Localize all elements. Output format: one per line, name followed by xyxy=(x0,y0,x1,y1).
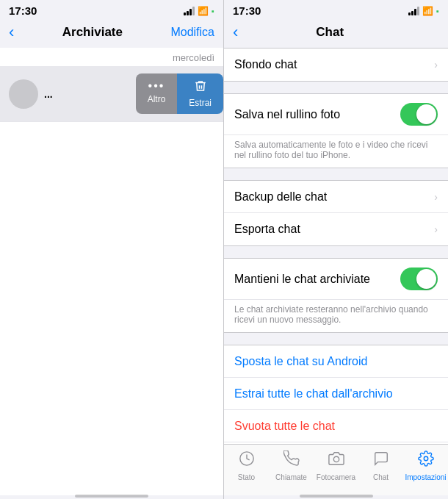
mantieni-label: Mantieni le chat archiviate xyxy=(234,273,370,286)
estrai-archivio-label: Estrai tutte le chat dall'archivio xyxy=(234,387,393,401)
svuota-label: Svuota tutte le chat xyxy=(234,420,335,433)
tab-fotocamera-label: Fotocamera xyxy=(317,473,355,481)
right-battery-icon: ▪ xyxy=(436,7,439,15)
fotocamera-icon xyxy=(328,450,344,471)
right-signal-bars-icon xyxy=(408,7,419,15)
archive-extract-icon xyxy=(194,79,207,96)
tab-chiamate-label: Chiamate xyxy=(275,473,307,481)
svg-point-1 xyxy=(333,456,339,462)
salva-rullino-toggle[interactable] xyxy=(400,103,438,126)
left-nav-bar: ‹ Archiviate Modifica xyxy=(0,20,223,48)
chat-icon xyxy=(373,450,389,471)
right-back-button[interactable]: ‹ xyxy=(233,23,238,42)
sposta-android-label: Sposta le chat su Android xyxy=(234,355,367,368)
svuota-row[interactable]: Svuota tutte le chat xyxy=(224,410,448,442)
right-panel: 17:30 📶 ▪ ‹ Chat Sfondo chat › xyxy=(224,0,448,499)
sfondo-chat-row[interactable]: Sfondo chat › xyxy=(224,49,448,81)
right-status-icons: 📶 ▪ xyxy=(408,6,439,16)
sfondo-chat-label: Sfondo chat xyxy=(234,58,297,71)
left-back-button[interactable]: ‹ xyxy=(9,23,14,42)
section-backup: Backup delle chat › Esporta chat › xyxy=(224,180,448,246)
spacer-4 xyxy=(224,339,448,345)
section-rullino: Salva nel rullino foto Salva automaticam… xyxy=(224,93,448,168)
left-status-time: 17:30 xyxy=(9,4,37,17)
sfondo-chevron-icon: › xyxy=(434,59,438,71)
toggle-knob xyxy=(416,104,436,124)
spacer-2 xyxy=(224,174,448,180)
backup-row[interactable]: Backup delle chat › xyxy=(224,181,448,213)
tab-chat-label: Chat xyxy=(373,473,389,481)
right-status-time: 17:30 xyxy=(233,4,261,17)
battery-icon: ▪ xyxy=(212,7,214,15)
section-links: Sposta le chat su Android Estrai tutte l… xyxy=(224,345,448,444)
tab-chat[interactable]: Chat xyxy=(358,450,403,481)
estrai-archivio-row[interactable]: Estrai tutte le chat dall'archivio xyxy=(224,378,448,410)
section-sfondo: Sfondo chat › xyxy=(224,48,448,82)
chat-item[interactable]: ... ••• Altro xyxy=(0,66,223,122)
backup-chevron-icon: › xyxy=(434,191,438,203)
mantieni-row[interactable]: Mantieni le chat archiviate xyxy=(224,259,448,300)
spacer-3 xyxy=(224,252,448,258)
estrai-button[interactable]: Estrai xyxy=(177,73,223,114)
dots-icon: ••• xyxy=(148,79,165,93)
right-nav-title: Chat xyxy=(238,25,422,40)
tab-chiamate[interactable]: Chiamate xyxy=(269,450,314,481)
sposta-android-row[interactable]: Sposta le chat su Android xyxy=(224,345,448,378)
settings-content: Sfondo chat › Salva nel rullino foto Sal… xyxy=(224,48,448,444)
tab-stato[interactable]: Stato xyxy=(224,450,269,481)
chat-item-name: ... xyxy=(44,88,130,100)
salva-rullino-description: Salva automaticamente le foto e i video … xyxy=(224,135,448,168)
left-nav-title: Archiviate xyxy=(62,25,123,40)
left-status-icons: 📶 ▪ xyxy=(184,6,214,16)
right-nav-bar: ‹ Chat xyxy=(224,20,448,48)
left-status-bar: 17:30 📶 ▪ xyxy=(0,0,223,20)
section-mantieni: Mantieni le chat archiviate Le chat arch… xyxy=(224,258,448,333)
tab-bar: Stato Chiamate Fotocamera xyxy=(224,444,448,495)
wifi-icon: 📶 xyxy=(198,6,209,16)
chiamate-icon xyxy=(283,450,300,471)
esporta-label: Esporta chat xyxy=(234,223,300,236)
esporta-row[interactable]: Esporta chat › xyxy=(224,213,448,245)
salva-rullino-row[interactable]: Salva nel rullino foto xyxy=(224,94,448,135)
mantieni-description: Le chat archiviate resteranno nell'archi… xyxy=(224,300,448,332)
left-modifica-button[interactable]: Modifica xyxy=(170,26,214,39)
impostazioni-icon xyxy=(418,450,434,471)
mantieni-toggle[interactable] xyxy=(400,268,438,290)
right-wifi-icon: 📶 xyxy=(422,6,433,16)
signal-bars-icon xyxy=(184,7,195,15)
spacer-1 xyxy=(224,87,448,93)
avatar xyxy=(9,79,38,109)
tab-impostazioni[interactable]: Impostazioni xyxy=(403,450,448,481)
esporta-chevron-icon: › xyxy=(434,223,438,235)
left-home-indicator xyxy=(0,495,223,499)
chat-list[interactable]: mercoledì ... ••• Altro xyxy=(0,48,223,495)
right-home-indicator xyxy=(224,495,448,499)
altro-button[interactable]: ••• Altro xyxy=(136,73,178,114)
tab-impostazioni-label: Impostazioni xyxy=(405,473,446,481)
left-panel: 17:30 📶 ▪ ‹ Archiviate Modifica mercoled… xyxy=(0,0,224,499)
tab-stato-label: Stato xyxy=(238,473,255,481)
salva-rullino-label: Salva nel rullino foto xyxy=(234,108,340,121)
backup-label: Backup delle chat xyxy=(234,190,327,204)
svg-point-2 xyxy=(424,456,428,461)
right-status-bar: 17:30 📶 ▪ xyxy=(224,0,448,20)
chat-date-header: mercoledì xyxy=(0,48,223,66)
mantieni-toggle-knob xyxy=(416,269,436,289)
stato-icon xyxy=(239,450,255,471)
context-menu: ••• Altro Estrai xyxy=(136,73,223,114)
tab-fotocamera[interactable]: Fotocamera xyxy=(314,450,358,481)
chat-item-content: ... xyxy=(38,88,136,100)
